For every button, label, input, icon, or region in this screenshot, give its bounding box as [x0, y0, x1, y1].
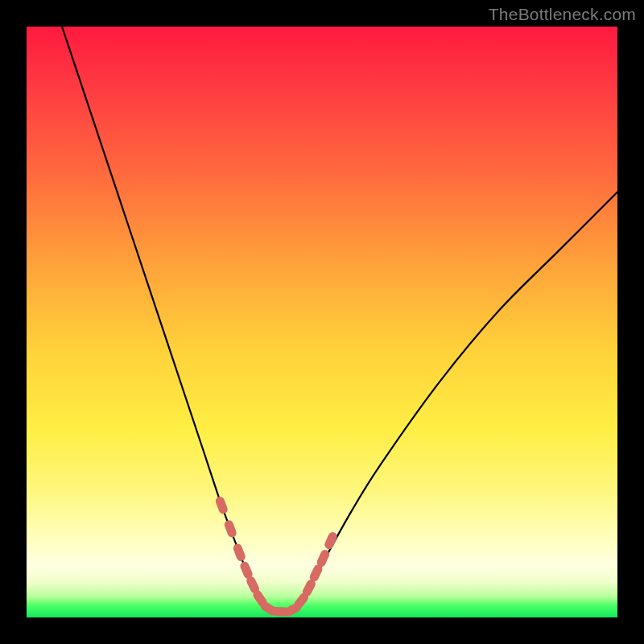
valley-marker: [258, 595, 262, 602]
plot-area: [27, 27, 617, 617]
valley-marker: [237, 548, 241, 556]
curve-svg: [27, 27, 617, 617]
valley-marker: [329, 537, 332, 545]
valley-markers: [220, 501, 332, 612]
outer-frame: TheBottleneck.com: [0, 0, 644, 644]
valley-marker: [245, 566, 248, 574]
valley-marker: [314, 569, 318, 577]
valley-marker: [321, 555, 325, 563]
watermark-text: TheBottleneck.com: [489, 5, 636, 24]
valley-marker: [220, 501, 223, 509]
valley-marker: [276, 611, 285, 612]
valley-marker: [251, 581, 255, 589]
valley-marker: [307, 584, 311, 592]
bottleneck-curve: [62, 27, 617, 613]
valley-marker: [229, 525, 232, 533]
valley-marker: [265, 606, 272, 611]
valley-marker: [288, 608, 296, 612]
valley-marker: [299, 597, 304, 605]
